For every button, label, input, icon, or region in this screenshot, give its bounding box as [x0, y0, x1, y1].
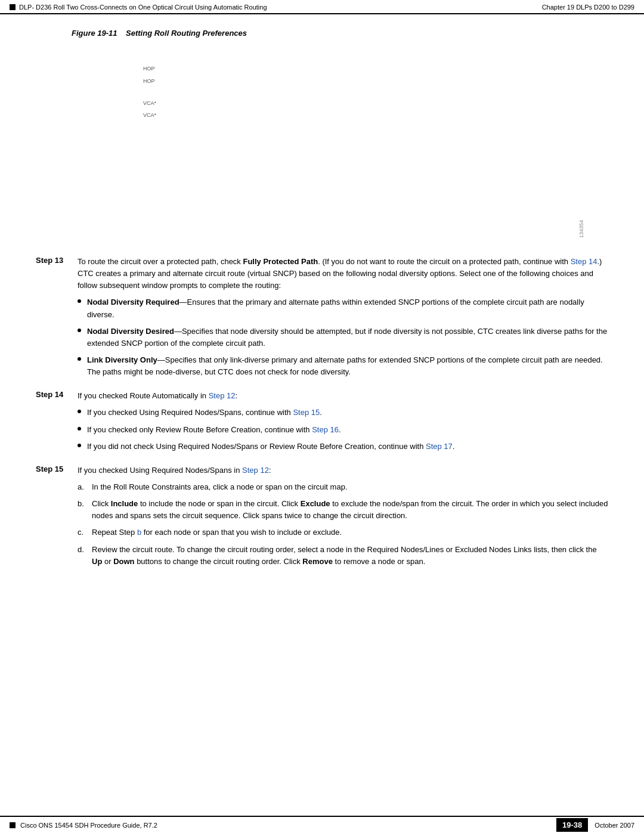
step-14-bullet-2: If you checked only Review Route Before … [78, 424, 608, 436]
bullet-dot-icon-5 [78, 427, 81, 431]
step-14-link-15[interactable]: Step 15 [293, 408, 320, 417]
header-breadcrumb: DLP- D236 Roll Two Cross-Connects on One… [10, 4, 267, 11]
step-13-link-14[interactable]: Step 14 [571, 257, 597, 266]
step-15-row: Step 15 If you checked Using Required No… [36, 465, 608, 572]
bullet-dot-icon-3 [78, 357, 81, 361]
step-14-content: If you checked Route Automatically in St… [78, 390, 608, 457]
figure-image-area: HOP HOP VCA* VCA* 134354 [36, 47, 608, 250]
alpha-d-label: d. [78, 544, 92, 556]
step-14-row: Step 14 If you checked Route Automatical… [36, 390, 608, 457]
step-15-alpha-b: b. Click Include to include the node or … [78, 498, 608, 522]
bullet-nodal-required: Nodal Diversity Required—Ensures that th… [78, 296, 608, 320]
step-15-alpha-a: a. In the Roll Route Constraints area, c… [78, 481, 608, 493]
header-chapter: Chapter 19 DLPs D200 to D299 [542, 4, 634, 11]
down-bold: Down [113, 557, 134, 566]
footer-date: October 2007 [595, 822, 634, 829]
step-14-link-17[interactable]: Step 17 [426, 442, 453, 451]
step-15-content: If you checked Using Required Nodes/Span… [78, 465, 608, 572]
bullet-dot-icon-2 [78, 329, 81, 332]
alpha-c-label: c. [78, 527, 92, 538]
footer-page-badge: 19-38 [556, 818, 588, 832]
figure-section: Figure 19-11 Setting Roll Routing Prefer… [36, 29, 608, 250]
bullet-dot-icon-4 [78, 410, 81, 413]
step-13-label: Step 13 [36, 256, 78, 265]
figure-vca1-label: VCA* [143, 100, 156, 106]
step-15-alpha-c: c. Repeat Step b for each node or span t… [78, 527, 608, 538]
include-bold: Include [111, 499, 138, 508]
step-13-bold: Fully Protected Path [243, 257, 318, 266]
header-square-icon [10, 4, 16, 10]
exclude-bold: Exclude [301, 499, 330, 508]
header-bar: DLP- D236 Roll Two Cross-Connects on One… [0, 0, 644, 14]
step-14-link-12[interactable]: Step 12 [209, 391, 236, 400]
step-15-text: If you checked Using Required Nodes/Span… [78, 465, 608, 476]
step-14-bullet-3: If you did not check Using Required Node… [78, 441, 608, 453]
step-15-label: Step 15 [36, 465, 78, 473]
footer-logo-text: Cisco ONS 15454 SDH Procedure Guide, R7.… [20, 822, 157, 829]
step-13-bullets: Nodal Diversity Required—Ensures that th… [78, 296, 608, 378]
up-bold: Up [92, 557, 102, 566]
remove-bold: Remove [302, 557, 333, 566]
footer-left: Cisco ONS 15454 SDH Procedure Guide, R7.… [10, 822, 157, 829]
step-14-bullets: If you checked Using Required Nodes/Span… [78, 407, 608, 452]
step-13-content: To route the circuit over a protected pa… [78, 256, 608, 383]
alpha-b-label: b. [78, 498, 92, 510]
steps-section: Step 13 To route the circuit over a prot… [36, 256, 608, 572]
bullet-link-diversity: Link Diversity Only—Specifies that only … [78, 354, 608, 378]
figure-vca-labels: VCA* VCA* [143, 94, 156, 122]
bullet-dot-icon [78, 299, 81, 303]
bullet-nodal-desired-bold: Nodal Diversity Desired [87, 327, 174, 336]
step-14-label: Step 14 [36, 390, 78, 399]
step-13-text: To route the circuit over a protected pa… [78, 256, 608, 292]
footer: Cisco ONS 15454 SDH Procedure Guide, R7.… [0, 816, 644, 833]
bullet-nodal-desired: Nodal Diversity Desired—Specifies that n… [78, 326, 608, 349]
footer-square-icon [10, 822, 16, 828]
step-14-text: If you checked Route Automatically in St… [78, 390, 608, 402]
step-14-link-16[interactable]: Step 16 [312, 425, 339, 434]
bullet-dot-icon-6 [78, 444, 81, 447]
figure-hop-labels: HOP HOP [143, 65, 155, 89]
bullet-link-diversity-bold: Link Diversity Only [87, 355, 157, 364]
main-content: Figure 19-11 Setting Roll Routing Prefer… [0, 29, 644, 572]
step-15-alpha-d: d. Review the circuit route. To change t… [78, 544, 608, 568]
footer-right: 19-38 October 2007 [556, 820, 634, 829]
step-15-link-12[interactable]: Step 12 [242, 466, 269, 475]
figure-watermark: 134354 [578, 220, 584, 238]
figure-caption: Figure 19-11 Setting Roll Routing Prefer… [72, 29, 247, 38]
figure-vca2-label: VCA* [143, 112, 156, 118]
alpha-a-label: a. [78, 481, 92, 493]
step-14-bullet-1: If you checked Using Required Nodes/Span… [78, 407, 608, 419]
bullet-nodal-required-bold: Nodal Diversity Required [87, 298, 179, 306]
figure-hop1-label: HOP [143, 65, 155, 73]
step-15-link-b[interactable]: b [137, 528, 141, 537]
figure-hop2-label: HOP [143, 78, 155, 85]
step-15-alpha-list: a. In the Roll Route Constraints area, c… [78, 481, 608, 568]
step-13-row: Step 13 To route the circuit over a prot… [36, 256, 608, 383]
